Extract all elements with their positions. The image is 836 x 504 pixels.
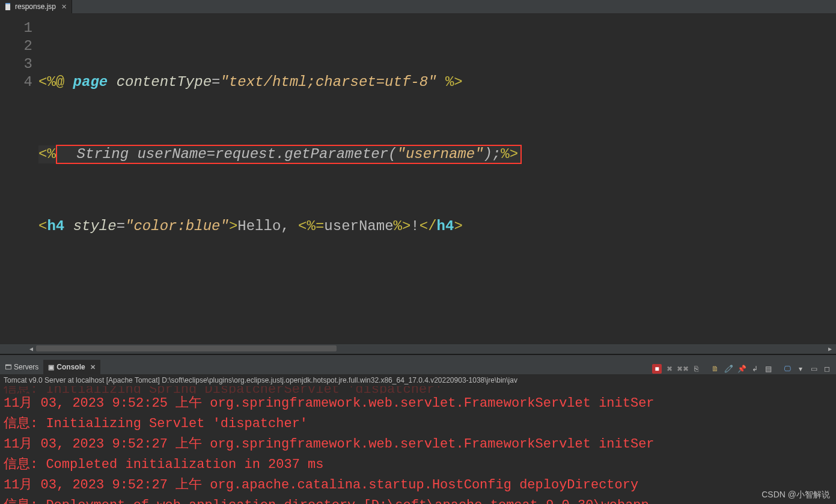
editor-pane: response.jsp ✕ 1 2 3 4 <%@ page contentT… (0, 0, 836, 355)
code-line: <h4 style="color:blue">Hello, <%=userNam… (38, 217, 522, 235)
pin-console-icon[interactable]: 📌 (736, 363, 747, 374)
open-console-icon[interactable]: 🖵 (782, 363, 793, 374)
line-number: 2 (0, 37, 32, 55)
editor-tab-label: response.jsp (15, 2, 56, 11)
console-line: 11月 03, 2023 9:52:27 上午 org.apache.catal… (4, 475, 832, 496)
remove-launch-icon[interactable]: ✖ (664, 363, 675, 374)
scroll-right-icon[interactable]: ▶ (825, 344, 835, 354)
dropdown-icon[interactable]: ▾ (795, 363, 806, 374)
scroll-lock-icon[interactable]: 🧷 (723, 363, 734, 374)
console-line: 信息: Completed initialization in 2037 ms (4, 455, 832, 475)
word-wrap-icon[interactable]: ↲ (749, 363, 760, 374)
highlight-box: String userName=request.getParameter("us… (56, 145, 522, 164)
console-line: 11月 03, 2023 9:52:27 上午 org.springframew… (4, 434, 832, 455)
close-icon[interactable]: ✕ (61, 3, 67, 11)
minimize-icon[interactable]: ▭ (808, 363, 819, 374)
scroll-left-icon[interactable]: ◀ (26, 344, 36, 354)
display-selected-console-icon[interactable]: ▤ (763, 363, 773, 374)
code-editor[interactable]: 1 2 3 4 <%@ page contentType="text/html;… (0, 13, 836, 344)
console-toolbar: ■ ✖ ✖✖ ⎘ 🗎 🧷 📌 ↲ ▤ 🖵 ▾ ▭ ◻ (652, 363, 836, 374)
line-number: 1 (0, 19, 32, 37)
code-line (38, 290, 522, 308)
view-tab-console[interactable]: ▣ Console ✕ (43, 360, 100, 374)
view-tab-label: Console (56, 363, 85, 371)
remove-all-terminated-icon[interactable]: ✖✖ (677, 363, 688, 374)
console-process-title: Tomcat v9.0 Server at localhost [Apache … (0, 374, 836, 386)
code-line: <%@ page contentType="text/html;charset=… (38, 73, 522, 91)
server-icon: 🗔 (5, 363, 11, 371)
line-number: 4 (0, 73, 32, 91)
panel-header-bar: 🗔 Servers ▣ Console ✕ ■ ✖ ✖✖ ⎘ 🗎 🧷 📌 ↲ (0, 355, 836, 374)
horizontal-scrollbar[interactable]: ◀ ▶ (0, 344, 836, 354)
editor-tab-bar: response.jsp ✕ (0, 0, 836, 13)
scrollbar-thumb[interactable] (36, 345, 337, 351)
jsp-file-icon (5, 3, 12, 10)
terminate-icon[interactable]: ■ (652, 364, 662, 374)
editor-tab-response-jsp[interactable]: response.jsp ✕ (0, 0, 72, 13)
ide-root: response.jsp ✕ 1 2 3 4 <%@ page contentT… (0, 0, 836, 504)
bottom-panel: 🗔 Servers ▣ Console ✕ ■ ✖ ✖✖ ⎘ 🗎 🧷 📌 ↲ (0, 355, 836, 504)
console-line: 信息: Deployment of web application direct… (4, 496, 832, 504)
clear-console-icon[interactable]: 🗎 (710, 363, 721, 374)
code-line: <% String userName=request.getParameter(… (38, 145, 522, 163)
panel-view-tabs: 🗔 Servers ▣ Console ✕ (0, 360, 100, 374)
line-number: 3 (0, 55, 32, 73)
watermark-text: CSDN @小智解说 (761, 490, 830, 500)
code-area[interactable]: <%@ page contentType="text/html;charset=… (38, 13, 522, 344)
close-icon[interactable]: ✕ (90, 363, 96, 371)
view-tab-label: Servers (14, 363, 38, 371)
console-line: 信息: Initializing Spring DispatcherServle… (4, 386, 832, 393)
svg-rect-1 (5, 3, 10, 4)
line-number-gutter: 1 2 3 4 (0, 13, 38, 344)
console-line: 11月 03, 2023 9:52:25 上午 org.springframew… (4, 393, 832, 414)
maximize-icon[interactable]: ◻ (822, 363, 832, 374)
console-output[interactable]: 信息: Initializing Spring DispatcherServle… (0, 386, 836, 504)
console-icon: ▣ (48, 363, 54, 371)
console-line: 信息: Initializing Servlet 'dispatcher' (4, 414, 832, 434)
pipe-icon[interactable]: ⎘ (691, 363, 701, 374)
view-tab-servers[interactable]: 🗔 Servers (0, 360, 43, 374)
